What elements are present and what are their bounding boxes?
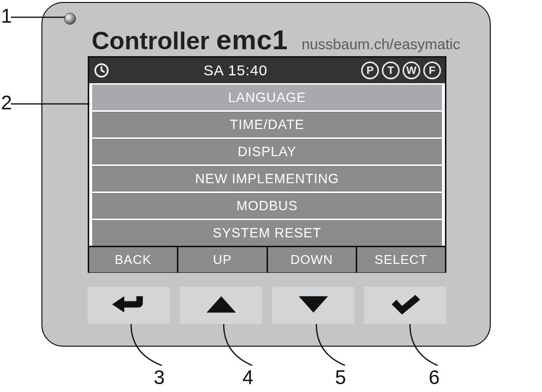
select-button[interactable]: [364, 287, 446, 324]
menu-item-new-implementing[interactable]: NEW IMPLEMENTING: [92, 166, 442, 192]
softkey-row: BACK UP DOWN SELECT: [89, 246, 445, 272]
check-icon: [388, 292, 423, 319]
menu-item-language[interactable]: LANGUAGE: [92, 85, 442, 110]
callout-5: 5: [335, 366, 346, 389]
clock-icon: [93, 62, 110, 79]
indicator-f: F: [423, 62, 441, 79]
callout-line-3: [122, 324, 201, 368]
down-button[interactable]: [272, 287, 354, 324]
callout-6: 6: [429, 366, 440, 389]
softkey-down[interactable]: DOWN: [268, 247, 357, 272]
callout-4: 4: [242, 366, 253, 389]
screen: SA 15:40 P T W F LANGUAGE TIME/DATE DISP…: [88, 56, 446, 273]
status-bar: SA 15:40 P T W F: [89, 58, 445, 83]
title-main: Controller: [92, 27, 216, 55]
callout-1: 1: [1, 5, 12, 27]
physical-button-row: [88, 287, 446, 324]
menu-item-modbus[interactable]: MODBUS: [92, 193, 442, 219]
indicator-w: W: [403, 62, 420, 79]
title-model: emc1: [216, 24, 288, 55]
menu-item-time-date[interactable]: TIME/DATE: [92, 112, 442, 137]
status-led: [64, 13, 76, 25]
callout-line-2: [11, 100, 90, 107]
menu-item-system-reset[interactable]: SYSTEM RESET: [92, 220, 442, 246]
brand-url: nussbaum.ch/easymatic: [302, 36, 460, 53]
device-frame: Controller emc1 nussbaum.ch/easymatic SA…: [41, 2, 491, 347]
indicator-t: T: [382, 62, 400, 79]
menu-item-display[interactable]: DISPLAY: [92, 139, 442, 164]
menu-list: LANGUAGE TIME/DATE DISPLAY NEW IMPLEMENT…: [89, 85, 445, 246]
callout-line-4: [213, 324, 292, 368]
indicator-p: P: [361, 62, 379, 79]
softkey-back[interactable]: BACK: [89, 247, 178, 272]
up-button[interactable]: [180, 287, 262, 324]
triangle-up-icon: [204, 294, 238, 317]
device-header: Controller emc1 nussbaum.ch/easymatic: [92, 24, 460, 56]
softkey-up[interactable]: UP: [178, 247, 268, 272]
status-indicators: P T W F: [361, 62, 441, 79]
callout-2: 2: [1, 92, 12, 114]
triangle-down-icon: [296, 294, 331, 317]
callout-line-5: [305, 324, 384, 368]
callout-line-1: [11, 14, 65, 21]
device-title: Controller emc1: [92, 24, 288, 56]
softkey-select[interactable]: SELECT: [357, 247, 445, 272]
back-button[interactable]: [88, 287, 170, 324]
callout-line-6: [399, 324, 478, 368]
callout-3: 3: [154, 366, 165, 389]
return-arrow-icon: [109, 292, 149, 319]
clock-time: SA 15:40: [114, 62, 357, 79]
